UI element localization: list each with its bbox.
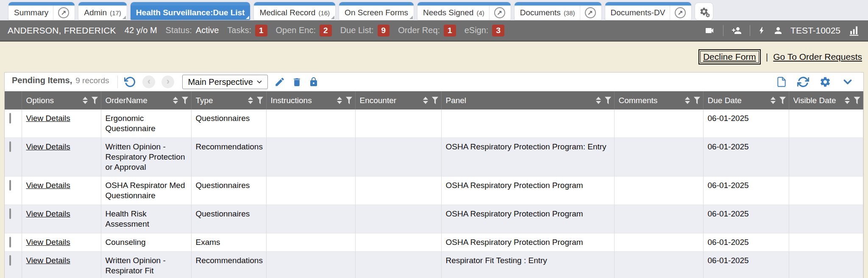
view-details-link[interactable]: View Details — [26, 114, 70, 123]
filter-icon[interactable] — [694, 97, 701, 104]
view-details-link[interactable]: View Details — [26, 142, 70, 151]
tab-on-screen-forms[interactable]: On Screen Forms — [339, 2, 414, 20]
filter-icon[interactable] — [182, 97, 189, 104]
sort-icon[interactable] — [771, 97, 776, 104]
cell-comments — [614, 205, 703, 233]
tab-menu-fold-icon[interactable] — [331, 16, 334, 19]
external-link-icon[interactable]: ↗ — [580, 6, 596, 20]
refresh-icon[interactable] — [797, 76, 809, 88]
tab-settings-button[interactable] — [695, 3, 713, 20]
gear-icon — [705, 13, 710, 18]
tab-documents[interactable]: Documents (38) ↗ — [515, 2, 601, 20]
tab-menu-fold-icon[interactable] — [122, 16, 126, 19]
filter-icon[interactable] — [779, 97, 786, 104]
lightning-icon[interactable] — [757, 25, 766, 36]
cell-type: Recommendations — [191, 252, 266, 278]
user-id: TEST-10025 — [790, 25, 840, 36]
decline-form-label: Decline Form — [703, 52, 756, 62]
filter-icon[interactable] — [605, 97, 612, 104]
bar-chart-icon[interactable] — [848, 25, 860, 36]
grid-settings-gear-icon[interactable] — [819, 76, 831, 88]
undo-icon[interactable] — [124, 76, 136, 88]
esign-badge[interactable]: 3 — [492, 25, 504, 37]
tab-medical-record[interactable]: Medical Record (16) — [254, 2, 335, 20]
row-checkbox[interactable] — [9, 208, 11, 219]
cell-comments — [614, 138, 703, 177]
tasks-label: Tasks: — [227, 25, 251, 35]
tab-count: (38) — [564, 9, 575, 17]
row-checkbox[interactable] — [9, 113, 11, 124]
cell-visible-date — [789, 138, 863, 177]
sort-icon[interactable] — [83, 97, 88, 104]
person-icon[interactable] — [773, 25, 783, 36]
sort-icon[interactable] — [173, 97, 178, 104]
next-page-button[interactable]: › — [161, 76, 174, 88]
tab-menu-fold-icon[interactable] — [246, 16, 249, 19]
order-req-label: Order Req: — [398, 25, 440, 35]
external-link-icon[interactable]: ↗ — [670, 6, 686, 20]
tab-documents-dv[interactable]: Documents-DV ↗ — [605, 2, 692, 20]
tab-count: (17) — [110, 9, 121, 17]
column-label: OrderName — [106, 96, 171, 105]
sort-icon[interactable] — [685, 97, 690, 104]
person-add-icon[interactable] — [731, 25, 743, 36]
open-enc-label: Open Enc: — [276, 25, 316, 35]
view-details-link[interactable]: View Details — [26, 181, 70, 190]
tab-menu-fold-icon[interactable] — [409, 16, 413, 19]
new-document-icon[interactable] — [776, 76, 787, 88]
row-checkbox[interactable] — [9, 255, 11, 266]
previous-page-button[interactable]: ‹ — [142, 76, 155, 88]
view-details-link[interactable]: View Details — [26, 238, 70, 247]
filter-icon[interactable] — [432, 97, 439, 104]
sort-icon[interactable] — [337, 97, 342, 104]
cell-due-date: 06-01-2025 — [703, 138, 789, 177]
due-list-badge[interactable]: 9 — [378, 25, 390, 37]
order-req-badge[interactable]: 1 — [444, 25, 456, 37]
filter-icon[interactable] — [92, 97, 98, 104]
filter-icon[interactable] — [854, 97, 860, 104]
view-details-link[interactable]: View Details — [26, 256, 70, 265]
filter-icon[interactable] — [346, 97, 353, 104]
lock-icon[interactable] — [309, 77, 319, 87]
patient-name: ANDERSON, FREDERICK — [8, 25, 116, 36]
sort-icon[interactable] — [845, 97, 850, 104]
column-label: Instructions — [271, 96, 335, 105]
go-to-order-requests-link[interactable]: Go To Order Requests — [773, 52, 862, 62]
table-row: View Details Written Opinion - Respirato… — [5, 138, 863, 177]
col-panel: Panel — [441, 91, 614, 110]
row-checkbox[interactable] — [9, 237, 11, 247]
tab-admin[interactable]: Admin (17) — [78, 2, 127, 20]
decline-form-button[interactable]: Decline Form — [698, 49, 761, 65]
view-details-link[interactable]: View Details — [26, 209, 70, 218]
row-checkbox[interactable] — [9, 141, 11, 152]
perspective-select[interactable]: Main Perspective — [182, 75, 268, 89]
table-row: View Details OSHA Respirator Med Questio… — [5, 177, 863, 205]
column-label: Due Date — [708, 96, 769, 105]
col-due-date: Due Date — [703, 91, 789, 110]
open-enc-badge[interactable]: 2 — [320, 25, 332, 37]
filter-icon[interactable] — [257, 97, 264, 104]
tasks-badge[interactable]: 1 — [255, 25, 267, 37]
row-checkbox[interactable] — [9, 180, 11, 191]
sort-icon[interactable] — [596, 97, 601, 104]
cell-comments — [614, 110, 703, 138]
column-label: Encounter — [360, 96, 421, 105]
tab-health-surveillance-due-list[interactable]: Health Surveillance:Due List — [131, 2, 250, 20]
cell-visible-date — [789, 205, 863, 233]
sort-icon[interactable] — [423, 97, 428, 104]
collapse-chevron-icon[interactable] — [841, 76, 854, 87]
cell-panel: Respirator Fit Testing : Entry — [441, 252, 614, 278]
cell-panel: OSHA Respiratory Protection Program — [441, 233, 614, 252]
col-options: Options — [22, 91, 101, 110]
external-link-icon[interactable]: ↗ — [53, 6, 69, 20]
delete-perspective-icon[interactable] — [292, 77, 302, 87]
tab-needs-signed[interactable]: Needs Signed (4) ↗ — [417, 2, 511, 20]
col-comments: Comments — [614, 91, 703, 110]
edit-perspective-icon[interactable] — [274, 76, 285, 87]
video-camera-icon[interactable] — [703, 25, 716, 36]
tab-accent-strip — [131, 2, 250, 6]
table-row: View Details Written Opinion - Respirato… — [5, 252, 863, 278]
external-link-icon[interactable]: ↗ — [489, 6, 505, 20]
tab-summary[interactable]: Summary ↗ — [8, 2, 75, 20]
sort-icon[interactable] — [248, 97, 253, 104]
